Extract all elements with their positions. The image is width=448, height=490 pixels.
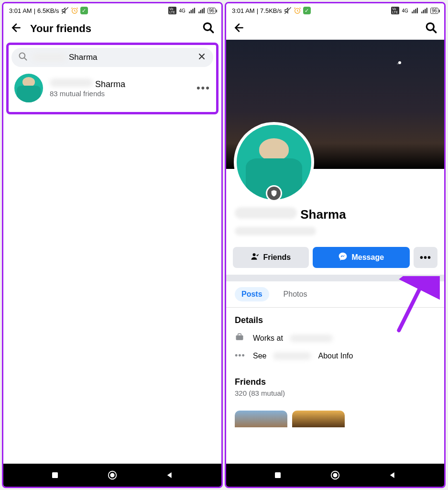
friend-search-bar[interactable] [11,48,213,67]
network-label: 4G [179,8,186,13]
signal-icon [188,7,195,14]
mutual-friends-label: 83 mutual friends [50,89,190,98]
android-nav-bar [226,464,444,487]
clear-icon[interactable] [197,52,207,63]
network-label: 4G [402,8,408,13]
back-icon[interactable] [233,22,245,36]
status-data-rate: 6.5KB/s [37,7,59,14]
app-badge-icon: ✓ [303,7,311,14]
svg-point-12 [333,473,337,477]
svg-rect-10 [275,472,281,478]
friend-thumb[interactable] [235,411,287,427]
friends-section: Friends 320 (83 mutual) [226,375,444,405]
back-nav-icon[interactable] [387,469,398,481]
message-button[interactable]: Message [313,247,410,268]
mute-icon [61,7,69,14]
app-header: Your friends [3,18,221,40]
redacted-subtitle [235,227,316,235]
cover-photo[interactable] [226,40,444,169]
volte-icon: VoLTE [168,7,176,14]
svg-point-5 [110,473,114,477]
search-input[interactable] [69,53,192,62]
profile-tabs: Posts Photos [226,281,444,308]
battery-icon: 96 [208,8,216,14]
status-data-rate: 7.5KB/s [260,7,282,14]
friends-heading: Friends [235,377,436,387]
recent-apps-icon[interactable] [272,469,284,481]
right-phone: 3:01 AM | 7.5KB/s ✓ VoLTE 4G 96 [225,2,446,488]
details-heading: Details [235,315,436,325]
signal-icon [411,7,418,14]
works-at-row[interactable]: Works at [235,332,436,344]
back-nav-icon[interactable] [164,469,175,481]
profile-picture[interactable] [234,122,314,202]
ellipsis-icon: ••• [235,351,246,361]
section-divider [226,275,444,281]
app-header [226,18,444,40]
home-icon[interactable] [107,469,118,481]
tab-photos[interactable]: Photos [277,287,314,301]
status-bar: 3:01 AM | 7.5KB/s ✓ VoLTE 4G 96 [226,3,444,18]
alarm-icon [294,7,301,14]
see-about-row[interactable]: ••• See About Info [235,351,436,361]
svg-rect-9 [236,335,243,340]
left-phone: 3:01 AM | 6.5KB/s ✓ VoLTE 4G 96 [2,2,223,488]
friends-button[interactable]: Friends [233,247,309,268]
svg-rect-3 [52,472,58,478]
redacted-text [273,352,311,360]
tab-posts[interactable]: Posts [235,287,269,301]
highlight-annotation: Sharma 83 mutual friends ••• [6,43,219,114]
status-bar: 3:01 AM | 6.5KB/s ✓ VoLTE 4G 96 [3,3,221,18]
redacted-text [33,54,66,61]
messenger-icon [338,252,348,263]
profile-action-row: Friends Message ••• [226,242,444,275]
home-icon[interactable] [329,469,341,481]
status-time: 3:01 AM [9,7,32,14]
friend-name: Sharma [50,78,190,89]
more-options-button[interactable]: ••• [414,247,437,268]
page-title: Your friends [30,22,195,35]
briefcase-icon [235,332,246,344]
avatar [14,74,43,102]
redacted-text [290,334,333,342]
more-icon[interactable]: ••• [197,82,210,94]
friend-thumb[interactable] [292,411,345,427]
status-time: 3:01 AM [232,7,255,14]
alarm-icon [71,7,78,14]
friends-count: 320 (83 mutual) [235,389,436,397]
svg-point-8 [253,253,256,256]
search-icon[interactable] [425,22,437,36]
volte-icon: VoLTE [391,7,399,14]
profile-name: Sharma [235,207,436,222]
details-section: Details Works at ••• See About Info [226,308,444,375]
android-nav-bar [3,464,221,487]
search-icon[interactable] [202,22,215,36]
recent-apps-icon[interactable] [49,469,61,481]
search-icon [18,52,28,63]
friend-result-row[interactable]: Sharma 83 mutual friends ••• [11,67,213,109]
back-icon[interactable] [10,22,22,36]
signal-icon-2 [198,7,205,14]
battery-icon: 96 [430,8,438,14]
app-badge-icon: ✓ [80,7,88,14]
mute-icon [284,7,292,14]
signal-icon-2 [421,7,427,14]
shield-icon [266,185,282,201]
friend-thumbnails [226,405,444,427]
person-icon [251,252,259,263]
